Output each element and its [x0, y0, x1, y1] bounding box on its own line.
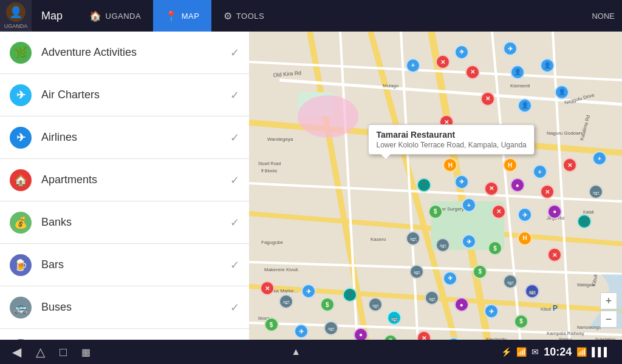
svg-text:Namuwongo: Namuwongo: [577, 325, 601, 330]
home-icon: 🏠: [89, 10, 102, 22]
map-pin-6[interactable]: 👤: [510, 65, 525, 79]
map-pin-23[interactable]: ●: [510, 178, 525, 192]
back-button[interactable]: ◀: [12, 345, 21, 359]
adventure-icon: 🌿: [10, 42, 32, 64]
category-aircharters[interactable]: ✈ Air Charters ✓: [0, 74, 249, 116]
map-pin-51[interactable]: 🎵: [343, 288, 357, 302]
home-button[interactable]: △: [36, 345, 45, 359]
tooltip-title: Tamarai Restaurant: [376, 130, 526, 140]
svg-point-18: [298, 95, 358, 138]
aircharters-check: ✓: [230, 89, 239, 102]
nav-tabs: 🏠 UGANDA 📍 MAP ⚙ TOOLS: [77, 0, 276, 32]
map-pin-43[interactable]: 🚌: [425, 291, 439, 305]
map-pin-21[interactable]: ✈: [454, 175, 469, 189]
category-banks[interactable]: 💰 Banks ✓: [0, 201, 249, 244]
map-pin-27[interactable]: +: [462, 198, 476, 212]
category-bars[interactable]: 🍺 Bars ✓: [0, 244, 249, 286]
map-pin-7[interactable]: 👤: [540, 58, 555, 73]
tab-tools[interactable]: ⚙ TOOLS: [211, 0, 276, 32]
map-pin-45[interactable]: ✈: [484, 304, 499, 318]
map-pin-5[interactable]: ✕: [465, 65, 480, 79]
zoom-controls: + −: [600, 292, 617, 328]
airlines-check: ✓: [230, 131, 239, 144]
region-label: UGANDA: [4, 23, 28, 29]
svg-text:P: P: [553, 304, 558, 312]
bars-label: Bars: [41, 258, 230, 271]
map-pin-24[interactable]: ✕: [540, 184, 555, 199]
map-pin-3[interactable]: +: [406, 58, 420, 73]
map-pin-17[interactable]: +: [533, 164, 547, 179]
recents-button[interactable]: □: [60, 345, 67, 359]
tab-map[interactable]: 📍 MAP: [153, 0, 211, 32]
tab-uganda[interactable]: 🏠 UGANDA: [77, 0, 153, 32]
adventure-check: ✓: [230, 46, 239, 59]
map-pin-19[interactable]: +: [592, 151, 607, 166]
map-pin-48[interactable]: 🚌: [279, 294, 293, 309]
svg-text:Kampala Railway: Kampala Railway: [547, 331, 584, 336]
category-sidebar: 🌿 Adventure Activities ✓ ✈ Air Charters …: [0, 32, 249, 364]
banks-label: Banks: [41, 216, 230, 229]
svg-text:Makerere Kivull.: Makerere Kivull.: [264, 267, 299, 272]
svg-text:Kasero: Kasero: [371, 237, 386, 242]
tab-uganda-label: UGANDA: [106, 12, 142, 21]
map-pin-10[interactable]: 👤: [555, 85, 569, 99]
map-pin-36[interactable]: H: [518, 231, 532, 246]
map-pin-22[interactable]: ✕: [484, 181, 499, 196]
svg-text:Fagugube: Fagugube: [261, 240, 284, 245]
svg-text:Kibuli: Kibuli: [541, 307, 552, 311]
map-pin-30[interactable]: ●: [547, 204, 562, 219]
signal-icon: ▌▌▌: [592, 347, 610, 357]
expand-button[interactable]: ▲: [291, 346, 301, 357]
map-area[interactable]: Old Kira Rd Naggulu Drive Kalalima Rd Wa…: [249, 32, 622, 364]
app-title: Map: [32, 10, 72, 22]
map-pin-16[interactable]: H: [503, 158, 518, 172]
map-tooltip: Tamarai Restaurant Lower Kololo Terrace …: [368, 124, 534, 155]
map-pin-33[interactable]: 🚌: [436, 238, 450, 252]
top-bar: 👤 UGANDA Map 🏠 UGANDA 📍 MAP ⚙ TOOLS NONE: [0, 0, 622, 32]
map-pin-28[interactable]: ✕: [491, 204, 506, 219]
map-pin-38[interactable]: 🚌: [409, 265, 424, 279]
category-adventure[interactable]: 🌿 Adventure Activities ✓: [0, 32, 249, 74]
map-pin-39[interactable]: ✈: [443, 271, 457, 286]
map-background: Old Kira Rd Naggulu Drive Kalalima Rd Wa…: [249, 32, 622, 364]
apartments-check: ✓: [230, 174, 239, 187]
map-pin-54[interactable]: $: [264, 317, 279, 332]
map-pin-icon: 📍: [165, 10, 178, 22]
banks-icon: 💰: [10, 212, 32, 234]
svg-text:Wandegeya: Wandegeya: [267, 136, 293, 142]
gear-icon: ⚙: [224, 10, 233, 22]
tab-tools-label: TOOLS: [236, 12, 264, 21]
clock: 10:24: [544, 346, 572, 359]
menu-button[interactable]: ▦: [81, 346, 91, 358]
avatar: 👤: [6, 2, 26, 22]
svg-text:Naguru Godown: Naguru Godown: [547, 130, 582, 136]
svg-text:Kisimenti: Kisimenti: [510, 83, 530, 89]
category-buses[interactable]: 🚌 Buses ✓: [0, 286, 249, 329]
category-airlines[interactable]: ✈ Airlines ✓: [0, 116, 249, 159]
map-pin-56[interactable]: 🚌: [324, 321, 338, 335]
map-pin-25[interactable]: 🚌: [589, 184, 603, 199]
buses-check: ✓: [230, 301, 239, 314]
map-pin-55[interactable]: ✈: [294, 324, 309, 339]
map-pin-18[interactable]: ✕: [562, 158, 577, 172]
map-pin-50[interactable]: $: [320, 297, 335, 312]
map-pin-9[interactable]: 👤: [518, 98, 532, 113]
map-pin-1[interactable]: ✈: [454, 45, 469, 59]
map-pin-41[interactable]: 🚌: [503, 274, 518, 289]
category-apartments[interactable]: 🏠 Apartments ✓: [0, 159, 249, 201]
airlines-icon: ✈: [10, 127, 32, 149]
status-right: ⚡ 📶 ✉ 10:24 📶 ▌▌▌: [501, 346, 610, 359]
map-pin-44[interactable]: ●: [454, 297, 469, 312]
map-pin-26[interactable]: $: [428, 204, 443, 219]
map-pin-40[interactable]: $: [473, 265, 487, 279]
none-button[interactable]: NONE: [592, 12, 615, 21]
app-icon: 👤 UGANDA: [0, 0, 32, 32]
zoom-in-button[interactable]: +: [600, 292, 617, 309]
map-pin-46[interactable]: $: [514, 314, 528, 329]
map-pin-32[interactable]: 🚌: [406, 231, 420, 246]
map-pin-8[interactable]: ✕: [480, 92, 495, 106]
map-pin-2[interactable]: ✈: [503, 41, 518, 56]
svg-text:Stuart Road: Stuart Road: [258, 161, 281, 166]
zoom-out-button[interactable]: −: [600, 311, 617, 328]
airlines-label: Airlines: [41, 131, 230, 144]
